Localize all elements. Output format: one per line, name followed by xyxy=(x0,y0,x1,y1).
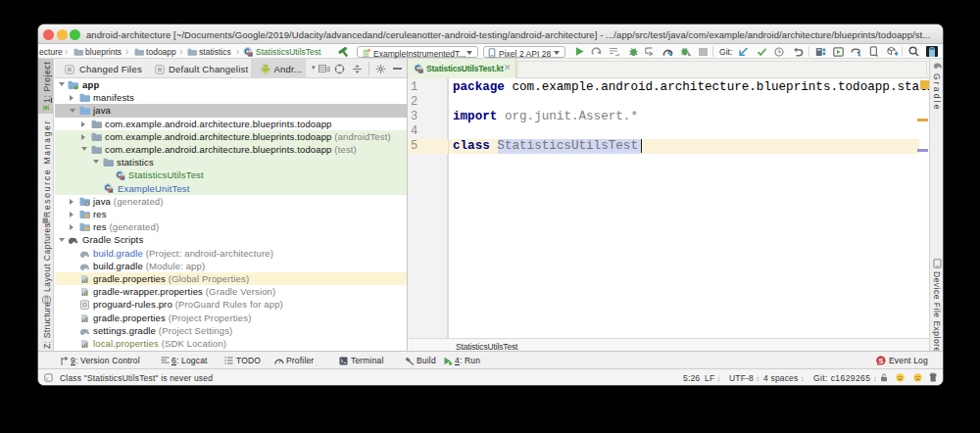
svg-text:S: S xyxy=(878,357,883,365)
svg-text:8: 8 xyxy=(327,66,330,72)
